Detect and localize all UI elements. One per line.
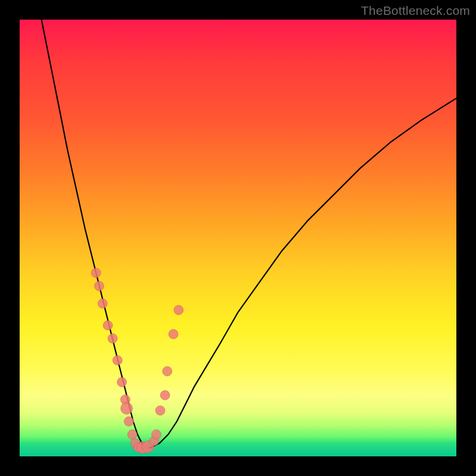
watermark-text: TheBottleneck.com — [361, 4, 470, 18]
bottleneck-curve-path — [42, 20, 456, 447]
scatter-dot — [152, 430, 161, 439]
scatter-dot — [117, 377, 127, 387]
scatter-dot — [121, 402, 133, 414]
scatter-dot — [160, 390, 170, 400]
scatter-dot — [168, 330, 178, 339]
scatter-dot — [155, 406, 165, 415]
scatter-dot — [127, 430, 137, 439]
scatter-dot — [108, 334, 117, 343]
chart-svg — [20, 20, 456, 456]
plot-area — [20, 20, 456, 456]
chart-frame: TheBottleneck.com — [0, 0, 476, 476]
scatter-dot — [95, 281, 104, 291]
scatter-dot — [98, 299, 108, 308]
scatter-dot — [174, 305, 183, 315]
scatter-dot — [162, 367, 172, 376]
scatter-dots — [91, 268, 183, 454]
scatter-dot — [103, 321, 112, 330]
scatter-dot — [91, 268, 101, 278]
scatter-dot — [124, 416, 134, 426]
scatter-dot — [112, 356, 122, 365]
